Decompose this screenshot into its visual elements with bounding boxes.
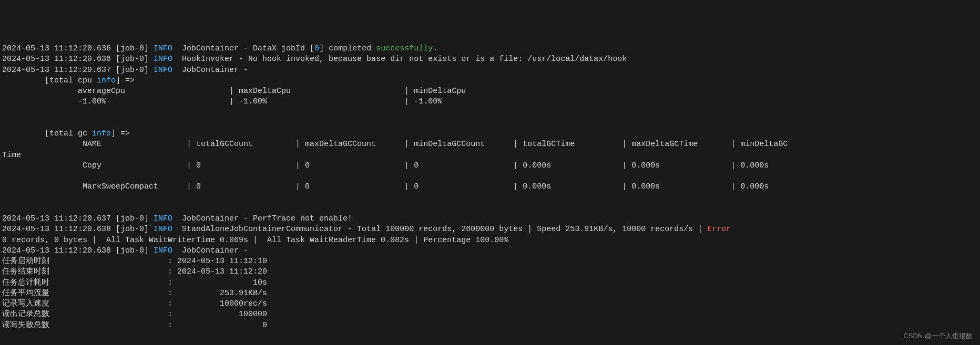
terminal-output: 2024-05-13 11:12:20.636 [job-0] INFO Job… xyxy=(2,44,978,331)
summary-row: 任务总计耗时 : 10s xyxy=(2,278,267,287)
log-line: 2024-05-13 11:12:20.637 [job-0] INFO Job… xyxy=(2,66,253,75)
summary-row: 任务启动时刻 : 2024-05-13 11:12:10 xyxy=(2,257,267,266)
log-line: 2024-05-13 11:12:20.636 [job-0] INFO Job… xyxy=(2,44,437,53)
summary-row: 读写失败总数 : 0 xyxy=(2,321,267,330)
log-line: 0 records, 0 bytes | All Task WaitWriter… xyxy=(2,236,508,245)
summary-row: 任务平均流量 : 253.91KB/s xyxy=(2,289,267,298)
log-line: 2024-05-13 11:12:20.636 [job-0] INFO Hoo… xyxy=(2,55,627,64)
cpu-info-header: [total cpu info] => xyxy=(45,76,139,85)
log-line: 2024-05-13 11:12:20.638 [job-0] INFO Sta… xyxy=(2,225,731,234)
summary-row: 任务结束时刻 : 2024-05-13 11:12:20 xyxy=(2,267,267,276)
watermark-text: CSDN @一个人也很酷 xyxy=(903,331,973,341)
log-line: 2024-05-13 11:12:20.637 [job-0] INFO Job… xyxy=(2,214,352,223)
gc-info-header: [total gc info] => xyxy=(45,129,135,138)
log-line: 2024-05-13 11:12:20.638 [job-0] INFO Job… xyxy=(2,246,253,255)
summary-row: 读出记录总数 : 100000 xyxy=(2,310,267,319)
summary-row: 记录写入速度 : 10000rec/s xyxy=(2,299,267,308)
